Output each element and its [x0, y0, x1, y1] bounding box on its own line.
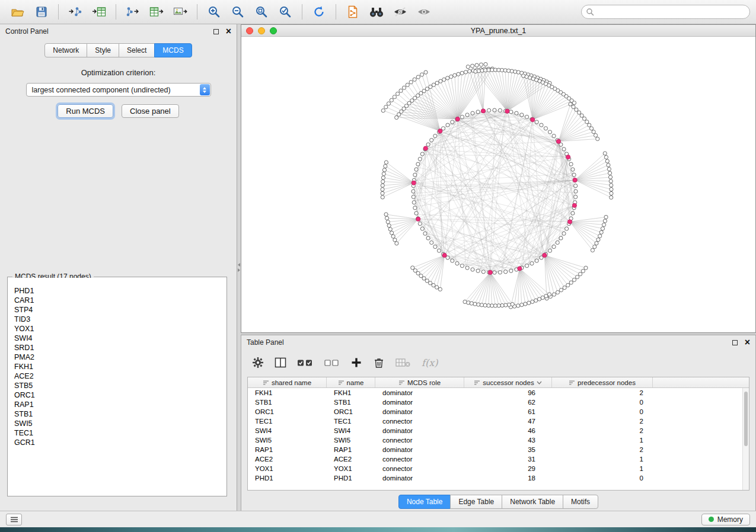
column-header-name[interactable]: name: [327, 377, 375, 387]
table-row[interactable]: TEC1TEC1connector472: [248, 416, 749, 426]
table-row[interactable]: ACE2ACE2connector311: [248, 454, 749, 464]
share-document-button[interactable]: [341, 2, 365, 21]
table-cell: 0: [552, 408, 653, 415]
mcds-result-item[interactable]: SWI5: [14, 419, 226, 428]
refresh-button[interactable]: [307, 2, 331, 21]
table-row[interactable]: FKH1FKH1dominator962: [248, 388, 749, 398]
memory-button[interactable]: Memory: [701, 514, 750, 525]
zoom-selected-icon: [279, 5, 292, 18]
table-cell: 0: [552, 399, 653, 406]
zoom-fit-button[interactable]: [250, 2, 273, 21]
optimization-criterion-label: Optimization criterion:: [0, 68, 237, 77]
network-window-titlebar[interactable]: YPA_prune.txt_1: [241, 25, 755, 37]
mcds-result-item[interactable]: STB1: [14, 409, 226, 419]
table-cell: 2: [552, 389, 653, 396]
table-cell: STB1: [248, 399, 327, 406]
export-image-button[interactable]: [168, 2, 192, 21]
toolbar-icon-groups: [6, 2, 436, 21]
tab-motifs[interactable]: Motifs: [563, 495, 598, 509]
table-row[interactable]: YOX1YOX1connector291: [248, 464, 749, 473]
float-table-panel-icon[interactable]: [732, 340, 738, 345]
tab-node-table[interactable]: Node Table: [398, 495, 451, 509]
splitter-collapse-right-icon[interactable]: [238, 268, 240, 272]
chevron-down-icon: [537, 381, 542, 384]
column-header-successor-nodes[interactable]: successor nodes: [464, 377, 552, 387]
search-input[interactable]: [581, 5, 750, 19]
export-network-button[interactable]: [121, 2, 145, 21]
window-close-button[interactable]: [246, 27, 253, 34]
mcds-result-item[interactable]: GCR1: [14, 438, 226, 447]
mcds-result-item[interactable]: FKH1: [14, 362, 226, 371]
optimization-dropdown[interactable]: largest connected component (undirected): [26, 83, 211, 97]
column-header-shared-name[interactable]: shared name: [248, 377, 327, 387]
mcds-result-item[interactable]: SRD1: [14, 343, 226, 352]
close-panel-button[interactable]: Close panel: [122, 104, 179, 118]
tab-network-table[interactable]: Network Table: [502, 495, 563, 509]
table-scrollbar-thumb[interactable]: [744, 392, 748, 446]
binoculars-button[interactable]: [365, 2, 388, 21]
tab-mcds[interactable]: MCDS: [154, 43, 192, 57]
add-row-icon[interactable]: [350, 357, 362, 368]
tab-network[interactable]: Network: [44, 43, 87, 57]
search-box[interactable]: [581, 5, 750, 19]
deselect-all-checks-icon[interactable]: [324, 357, 340, 368]
close-table-panel-icon[interactable]: ×: [745, 338, 750, 347]
table-cell: SWI5: [248, 437, 327, 444]
panels-menu-button[interactable]: [6, 514, 22, 525]
window-minimize-button[interactable]: [258, 27, 265, 34]
table-row[interactable]: SWI4SWI4dominator462: [248, 426, 749, 435]
table-scrollbar[interactable]: [742, 388, 749, 490]
mcds-result-item[interactable]: CAR1: [14, 296, 226, 305]
table-cell: dominator: [375, 427, 464, 434]
column-sort-icon: [569, 380, 575, 386]
mcds-result-item[interactable]: ORC1: [14, 390, 226, 400]
column-header-predecessor-nodes[interactable]: predecessor nodes: [552, 377, 653, 387]
table-cell: 96: [464, 389, 552, 396]
zoom-selected-button[interactable]: [273, 2, 297, 21]
zoom-in-button[interactable]: [202, 2, 226, 21]
select-all-checks-icon[interactable]: [297, 357, 314, 368]
mcds-result-item[interactable]: ACE2: [14, 371, 226, 381]
gear-icon[interactable]: [252, 357, 264, 368]
eye-hide-button[interactable]: [388, 2, 412, 21]
eye-show-button[interactable]: [412, 2, 436, 21]
tab-select[interactable]: Select: [119, 43, 155, 57]
import-table-button[interactable]: [87, 2, 111, 21]
open-folder-button[interactable]: [6, 2, 30, 21]
window-zoom-button[interactable]: [270, 27, 277, 34]
table-row[interactable]: ORC1ORC1dominator610: [248, 407, 749, 416]
splitter-collapse-left-icon[interactable]: [238, 263, 240, 267]
mcds-result-item[interactable]: PHD1: [14, 286, 226, 296]
zoom-out-button[interactable]: [226, 2, 250, 21]
tab-edge-table[interactable]: Edge Table: [450, 495, 502, 509]
column-header-mcds-role[interactable]: MCDS role: [375, 377, 464, 387]
import-network-button[interactable]: [63, 2, 87, 21]
tab-style[interactable]: Style: [87, 43, 119, 57]
table-row[interactable]: RAP1RAP1dominator352: [248, 445, 749, 454]
mcds-result-item[interactable]: SWI4: [14, 334, 226, 343]
network-view[interactable]: [241, 37, 755, 332]
table-row[interactable]: PHD1PHD1dominator180: [248, 473, 749, 483]
zoom-fit-icon: [255, 5, 268, 18]
float-panel-icon[interactable]: [213, 29, 219, 34]
mcds-result-item[interactable]: STP4: [14, 305, 226, 315]
table-row[interactable]: STB1STB1dominator620: [248, 398, 749, 407]
main-toolbar: [0, 0, 756, 24]
zoom-in-icon: [208, 5, 221, 18]
mcds-result-item[interactable]: TID3: [14, 315, 226, 324]
run-mcds-button[interactable]: Run MCDS: [58, 104, 113, 118]
mcds-result-item[interactable]: RAP1: [14, 400, 226, 409]
delete-row-icon[interactable]: [373, 357, 385, 368]
mcds-result-item[interactable]: TEC1: [14, 428, 226, 438]
export-table-button[interactable]: [145, 2, 168, 21]
table-row[interactable]: SWI5SWI5connector431: [248, 435, 749, 445]
table-cell: dominator: [375, 408, 464, 415]
save-button[interactable]: [30, 2, 53, 21]
split-columns-icon[interactable]: [275, 357, 286, 368]
close-panel-icon[interactable]: ×: [226, 27, 231, 36]
mcds-result-item[interactable]: PMA2: [14, 352, 226, 362]
mcds-result-item[interactable]: YOX1: [14, 324, 226, 334]
table-cell: 61: [464, 408, 552, 415]
mcds-result-item[interactable]: STB5: [14, 381, 226, 390]
import-network-icon: [68, 6, 82, 18]
